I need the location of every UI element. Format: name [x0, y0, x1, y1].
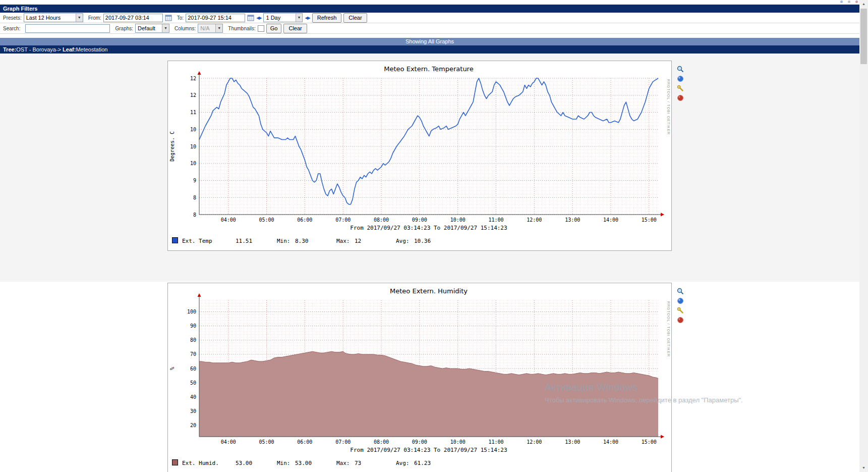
legend-max-label: Max: — [336, 460, 355, 466]
graph-image-humidity[interactable]: 04:0005:0006:0007:0008:0009:0010:0011:00… — [168, 283, 671, 455]
shift-window-left-icon[interactable]: ◀▶ — [256, 16, 261, 20]
svg-text:12: 12 — [190, 92, 196, 98]
svg-text:11: 11 — [190, 110, 196, 115]
graph-filters-header: Graph Filters — [0, 5, 859, 13]
graphs-select[interactable]: Default ▼ — [135, 24, 169, 33]
presets-label: Presets: — [3, 15, 22, 21]
graph-image-temperature[interactable]: 04:0005:0006:0007:0008:0009:0010:0011:00… — [168, 61, 671, 233]
filter-row-1: Presets: Last 12 Hours ▼ From: To: ◀▶ 1 … — [0, 13, 859, 23]
svg-text:9: 9 — [193, 178, 196, 183]
legend-max-label: Max: — [336, 238, 355, 244]
legend-min-label: Min: — [277, 238, 295, 244]
graph-section-temperature: 04:0005:0006:0007:0008:0009:0010:0011:00… — [0, 54, 868, 282]
svg-text:80: 80 — [190, 337, 196, 343]
svg-text:05:00: 05:00 — [259, 217, 274, 223]
presets-value: Last 12 Hours — [26, 15, 61, 21]
refresh-button[interactable]: Refresh — [312, 13, 342, 23]
scrollbar-down-arrow[interactable]: ▼ — [859, 464, 868, 472]
tree-breadcrumb: Tree:OST - Borovaya-> Leaf:Meteostation — [0, 45, 859, 54]
tree-label: Tree: — [3, 46, 16, 53]
window-select[interactable]: 1 Day ▼ — [263, 13, 303, 22]
dropdown-arrow-icon: ▼ — [215, 24, 222, 32]
svg-text:11:00: 11:00 — [488, 217, 503, 223]
columns-select: N/A ▼ — [198, 24, 223, 33]
remove-icon[interactable] — [677, 94, 684, 101]
svg-text:40: 40 — [190, 394, 196, 400]
to-input[interactable] — [186, 14, 245, 22]
graph-actions-humidity — [677, 288, 684, 324]
svg-text:100: 100 — [187, 309, 196, 314]
svg-text:11:00: 11:00 — [488, 439, 503, 445]
legend-max-value: 73 — [355, 460, 384, 466]
dropdown-arrow-icon: ▼ — [296, 14, 303, 22]
details-icon[interactable] — [677, 75, 684, 82]
svg-text:15:00: 15:00 — [642, 217, 657, 223]
legend-swatch — [172, 459, 178, 465]
scrollbar-up-arrow[interactable]: ▲ — [859, 0, 868, 8]
legend-current-value: 53.00 — [236, 460, 265, 466]
properties-icon[interactable] — [677, 85, 684, 92]
svg-text:14:00: 14:00 — [603, 439, 618, 445]
svg-text:Meteo Extern. Temperature: Meteo Extern. Temperature — [384, 65, 473, 73]
svg-text:09:00: 09:00 — [412, 439, 427, 445]
legend-avg-label: Avg: — [396, 238, 414, 244]
svg-text:%: % — [169, 367, 175, 370]
clear-button[interactable]: Clear — [343, 13, 367, 23]
search-label: Search: — [3, 26, 20, 31]
legend-avg-value: 10.36 — [414, 238, 443, 244]
legend-avg-label: Avg: — [396, 460, 414, 466]
legend-current-value: 11.51 — [236, 238, 265, 244]
go-button[interactable]: Go — [266, 24, 282, 33]
svg-text:10: 10 — [190, 144, 196, 149]
browser-icon — [848, 1, 850, 3]
details-icon[interactable] — [677, 297, 684, 304]
zoom-icon[interactable] — [677, 288, 684, 295]
svg-text:07:00: 07:00 — [335, 217, 351, 223]
columns-value: N/A — [200, 25, 209, 31]
shift-window-right-icon[interactable]: ◀▶ — [305, 16, 310, 20]
search-input[interactable] — [25, 24, 110, 33]
to-label: To: — [177, 15, 184, 21]
svg-text:04:00: 04:00 — [221, 217, 236, 223]
svg-text:90: 90 — [190, 323, 196, 329]
rrdtool-watermark: RRDTOOL / TOBI OETIKER — [667, 301, 670, 357]
graph-actions-temperature — [677, 66, 684, 101]
svg-text:30: 30 — [190, 408, 196, 414]
calendar-icon[interactable] — [247, 15, 254, 21]
properties-icon[interactable] — [677, 307, 684, 314]
svg-text:70: 70 — [190, 351, 196, 357]
page: Graph Filters Presets: Last 12 Hours ▼ F… — [0, 0, 868, 472]
svg-text:04:00: 04:00 — [221, 439, 236, 445]
svg-text:From 2017/09/27 03:14:23 To 20: From 2017/09/27 03:14:23 To 2017/09/27 1… — [350, 225, 507, 231]
vertical-scrollbar[interactable]: ▲ ▼ — [859, 0, 868, 472]
spacer — [0, 34, 868, 38]
presets-select[interactable]: Last 12 Hours ▼ — [24, 13, 83, 22]
svg-text:13:00: 13:00 — [565, 217, 580, 223]
thumbnails-checkbox[interactable] — [258, 25, 264, 32]
top-margin — [0, 0, 868, 5]
thumbnails-label: Thumbnails: — [228, 26, 255, 31]
scrollbar-thumb[interactable] — [860, 9, 867, 64]
calendar-icon[interactable] — [165, 15, 172, 21]
svg-text:12:00: 12:00 — [527, 217, 542, 223]
zoom-icon[interactable] — [677, 66, 684, 73]
clear-search-button[interactable]: Clear — [283, 24, 307, 33]
svg-text:10: 10 — [190, 161, 196, 166]
svg-text:8: 8 — [193, 212, 196, 218]
browser-icon — [855, 1, 858, 3]
graph-section-humidity: 04:0005:0006:0007:0008:0009:0010:0011:00… — [0, 282, 868, 472]
filter-row-2: Search: Graphs: Default ▼ Columns: N/A ▼… — [0, 23, 859, 34]
tree-value: OST - Borovaya-> — [16, 46, 63, 53]
svg-text:60: 60 — [190, 366, 196, 372]
svg-text:10: 10 — [190, 127, 196, 132]
from-input[interactable] — [103, 14, 163, 22]
remove-icon[interactable] — [677, 317, 684, 324]
svg-text:13:00: 13:00 — [565, 439, 580, 445]
from-label: From: — [88, 15, 101, 21]
svg-text:12: 12 — [190, 76, 196, 81]
rrdtool-watermark: RRDTOOL / TOBI OETIKER — [667, 79, 670, 135]
svg-text:Degrees. C: Degrees. C — [169, 131, 175, 162]
svg-text:10:00: 10:00 — [450, 217, 466, 223]
svg-text:09:00: 09:00 — [412, 217, 427, 223]
legend-series-name: Ext. Humid. — [182, 460, 236, 466]
